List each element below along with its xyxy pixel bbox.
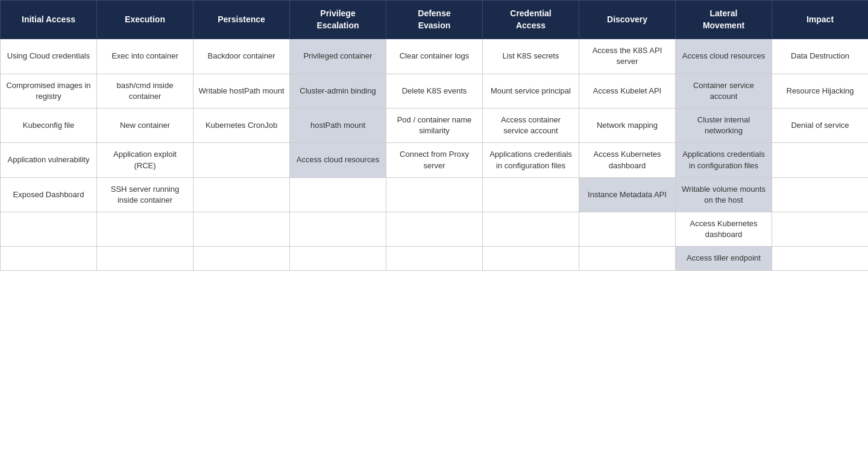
cell-r0-c1: Exec into container [97,39,193,74]
cell-r4-c1: SSH server running inside container [97,177,193,212]
cell-r1-c5: Mount service principal [483,74,579,108]
col-header-execution: Execution [97,1,193,39]
cell-r4-c7: Writable volume mounts on the host [676,177,772,212]
cell-r3-c3: Access cloud resources [290,143,386,177]
cell-r0-c3: Privileged container [290,39,386,74]
cell-r2-c2: Kubernetes CronJob [193,108,290,142]
cell-r3-c7: Applications credentials in configuratio… [676,143,772,177]
cell-r3-c0: Application vulnerability [1,143,97,177]
col-header-lateral-movement: LateralMovement [676,1,772,39]
cell-r5-c3 [290,212,386,247]
cell-r0-c8: Data Destruction [772,39,869,74]
cell-r4-c3 [290,177,386,212]
cell-r5-c8 [772,212,869,247]
cell-r4-c4 [386,177,483,212]
cell-r1-c6: Access Kubelet API [579,74,676,108]
cell-r2-c7: Cluster internal networking [676,108,772,142]
cell-r4-c0: Exposed Dashboard [1,177,97,212]
cell-r2-c4: Pod / container name similarity [386,108,483,142]
cell-r0-c2: Backdoor container [193,39,290,74]
cell-r1-c7: Container service account [676,74,772,108]
cell-r6-c0 [1,247,97,270]
cell-r1-c8: Resource Hijacking [772,74,869,108]
cell-r5-c6 [579,212,676,247]
cell-r4-c2 [193,177,290,212]
attack-matrix: Initial AccessExecutionPersistencePrivil… [0,0,868,271]
cell-r0-c0: Using Cloud credentials [1,39,97,74]
cell-r5-c1 [97,212,193,247]
cell-r6-c7: Access tiller endpoint [676,247,772,270]
cell-r2-c5: Access container service account [483,108,579,142]
cell-r5-c0 [1,212,97,247]
cell-r6-c5 [483,247,579,270]
col-header-credential-access: CredentialAccess [483,1,579,39]
cell-r2-c8: Denial of service [772,108,869,142]
cell-r1-c2: Writable hostPath mount [193,74,290,108]
cell-r4-c5 [483,177,579,212]
cell-r3-c6: Access Kubernetes dashboard [579,143,676,177]
col-header-privilege-escalation: PrivilegeEscalation [290,1,386,39]
cell-r3-c8 [772,143,869,177]
cell-r0-c5: List K8S secrets [483,39,579,74]
cell-r1-c3: Cluster-admin binding [290,74,386,108]
cell-r6-c4 [386,247,483,270]
cell-r6-c2 [193,247,290,270]
cell-r3-c1: Application exploit (RCE) [97,143,193,177]
cell-r2-c6: Network mapping [579,108,676,142]
cell-r5-c2 [193,212,290,247]
col-header-defense-evasion: DefenseEvasion [386,1,483,39]
cell-r3-c2 [193,143,290,177]
cell-r6-c6 [579,247,676,270]
cell-r5-c4 [386,212,483,247]
col-header-persistence: Persistence [193,1,290,39]
cell-r2-c3: hostPath mount [290,108,386,142]
cell-r1-c1: bash/cmd inside container [97,74,193,108]
cell-r6-c8 [772,247,869,270]
cell-r5-c7: Access Kubernetes dashboard [676,212,772,247]
col-header-initial-access: Initial Access [1,1,97,39]
cell-r0-c7: Access cloud resources [676,39,772,74]
cell-r2-c0: Kubeconfig file [1,108,97,142]
col-header-impact: Impact [772,1,869,39]
cell-r0-c6: Access the K8S API server [579,39,676,74]
cell-r6-c1 [97,247,193,270]
cell-r3-c5: Applications credentials in configuratio… [483,143,579,177]
cell-r0-c4: Clear container logs [386,39,483,74]
col-header-discovery: Discovery [579,1,676,39]
cell-r6-c3 [290,247,386,270]
cell-r4-c8 [772,177,869,212]
cell-r1-c4: Delete K8S events [386,74,483,108]
cell-r3-c4: Connect from Proxy server [386,143,483,177]
cell-r5-c5 [483,212,579,247]
cell-r2-c1: New container [97,108,193,142]
cell-r1-c0: Compromised images in registry [1,74,97,108]
cell-r4-c6: Instance Metadata API [579,177,676,212]
